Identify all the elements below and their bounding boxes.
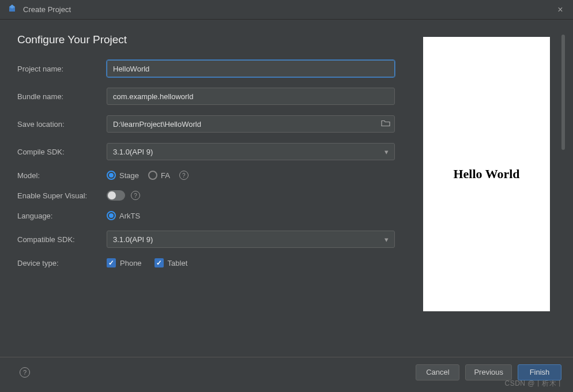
device-tablet-checkbox[interactable]: ✓ Tablet <box>154 258 188 267</box>
radio-unchecked-icon <box>148 171 157 180</box>
form-area: Configure Your Project Project name: Bun… <box>17 33 423 351</box>
titlebar: Create Project × <box>0 0 573 20</box>
device-tablet-label: Tablet <box>168 259 188 267</box>
model-stage-radio[interactable]: Stage <box>107 171 139 180</box>
footer-buttons: Cancel Previous Finish <box>416 364 561 380</box>
compile-sdk-select[interactable]: 3.1.0(API 9) ▾ <box>107 143 395 160</box>
label-save-location: Save location: <box>17 120 107 129</box>
chevron-down-icon: ▾ <box>384 148 389 156</box>
chevron-down-icon: ▾ <box>384 235 389 244</box>
bundle-name-input[interactable] <box>107 88 395 105</box>
project-name-input[interactable] <box>107 60 395 77</box>
label-bundle-name: Bundle name: <box>17 92 107 101</box>
row-save-location: Save location: <box>17 115 412 133</box>
toggle-knob <box>108 191 116 199</box>
preview-device: Hello World <box>423 37 550 311</box>
help-icon[interactable]: ? <box>179 171 189 180</box>
model-fa-label: FA <box>161 171 170 180</box>
close-icon[interactable]: × <box>555 5 566 15</box>
main-content: Configure Your Project Project name: Bun… <box>0 20 573 357</box>
model-stage-label: Stage <box>119 171 139 180</box>
model-fa-radio[interactable]: FA <box>148 171 170 180</box>
save-location-input[interactable] <box>107 115 395 133</box>
row-super-visual: Enable Super Visual: ? <box>17 190 412 201</box>
previous-button[interactable]: Previous <box>465 364 512 380</box>
row-compatible-sdk: Compatible SDK: 3.1.0(API 9) ▾ <box>17 231 412 248</box>
device-phone-checkbox[interactable]: ✓ Phone <box>107 258 142 267</box>
row-model: Model: Stage FA ? <box>17 171 412 180</box>
compatible-sdk-select[interactable]: 3.1.0(API 9) ▾ <box>107 231 395 248</box>
language-arkts-radio[interactable]: ArkTS <box>107 211 140 220</box>
row-bundle-name: Bundle name: <box>17 88 412 105</box>
folder-icon[interactable] <box>381 120 390 129</box>
app-icon <box>7 3 17 16</box>
radio-checked-icon <box>107 171 116 180</box>
super-visual-toggle[interactable] <box>107 190 125 201</box>
label-language: Language: <box>17 212 107 220</box>
scrollbar[interactable] <box>561 35 565 150</box>
help-icon[interactable]: ? <box>131 191 140 200</box>
label-compatible-sdk: Compatible SDK: <box>17 235 107 244</box>
page-title: Configure Your Project <box>17 33 412 46</box>
footer: ? Cancel Previous Finish <box>0 357 573 387</box>
label-super-visual: Enable Super Visual: <box>17 191 107 200</box>
checkbox-checked-icon: ✓ <box>154 258 164 267</box>
checkbox-checked-icon: ✓ <box>107 258 116 267</box>
preview-area: Hello World <box>423 33 556 351</box>
label-device-type: Device type: <box>17 259 107 267</box>
language-arkts-label: ArkTS <box>119 212 140 220</box>
row-project-name: Project name: <box>17 60 412 77</box>
device-phone-label: Phone <box>120 259 142 267</box>
finish-button[interactable]: Finish <box>518 364 561 380</box>
row-compile-sdk: Compile SDK: 3.1.0(API 9) ▾ <box>17 143 412 160</box>
radio-checked-icon <box>107 211 116 220</box>
watermark: CSDN @丨析木丨 <box>504 379 564 389</box>
row-device-type: Device type: ✓ Phone ✓ Tablet <box>17 258 412 267</box>
window-title: Create Project <box>23 5 555 14</box>
label-model: Model: <box>17 171 107 180</box>
label-project-name: Project name: <box>17 65 107 73</box>
compatible-sdk-value: 3.1.0(API 9) <box>113 235 153 244</box>
help-icon[interactable]: ? <box>20 367 30 378</box>
cancel-button[interactable]: Cancel <box>416 364 459 380</box>
compile-sdk-value: 3.1.0(API 9) <box>113 148 153 156</box>
row-language: Language: ArkTS <box>17 211 412 220</box>
label-compile-sdk: Compile SDK: <box>17 148 107 156</box>
preview-text: Hello World <box>453 167 519 182</box>
